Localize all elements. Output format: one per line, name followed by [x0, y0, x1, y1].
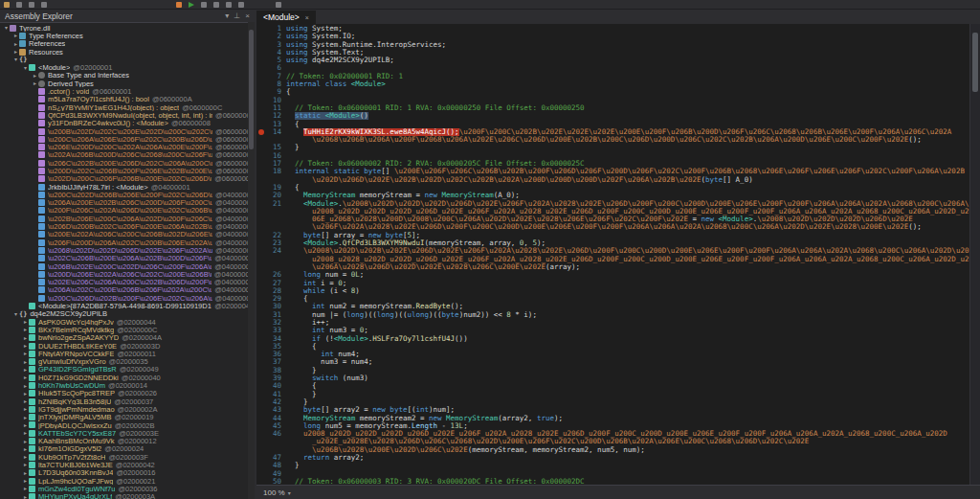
- breakpoint-margin[interactable]: [256, 33, 266, 40]
- breakpoint-margin[interactable]: [256, 382, 266, 390]
- breakpoint-margin[interactable]: [256, 247, 266, 255]
- tree-item[interactable]: \u200B\u202D\u202C\u200E\u202D\u200C\u20…: [0, 127, 255, 135]
- breakpoint-margin[interactable]: [256, 406, 266, 414]
- code-line[interactable]: 7// Token: 0x02000001 RID: 1: [256, 73, 970, 80]
- code-line[interactable]: 50 // Token: 0x06000003 RID: 3 RVA: 0x00…: [256, 478, 970, 485]
- step-into-icon[interactable]: [213, 2, 219, 8]
- collapse-arrow-icon[interactable]: ▾: [22, 64, 29, 72]
- code-line[interactable]: u2008_u2028_u202D_u202D_u206D_u202E_u206…: [256, 256, 970, 263]
- debug-icon[interactable]: [176, 2, 182, 8]
- tree-item[interactable]: ▾Tyrone.dll: [0, 24, 255, 32]
- tree-item[interactable]: ▸Base Type and Interfaces: [0, 72, 255, 79]
- tree-item[interactable]: \u200D\u202C\u206B\u200F\u206E\u202B\u20…: [0, 167, 255, 174]
- code-line[interactable]: 31 num |= (long)((long)((ulong)((byte)nu…: [256, 311, 970, 319]
- breakpoint-margin[interactable]: [256, 454, 266, 462]
- breakpoint-margin[interactable]: [256, 192, 266, 199]
- tree-item[interactable]: \u202D\u200C\u206F\u206B\u200E\u202C\u20…: [0, 175, 255, 183]
- code-line[interactable]: 1using System;: [256, 25, 970, 33]
- tree-item[interactable]: ▾{}: [0, 56, 255, 63]
- expand-arrow-icon[interactable]: ▸: [12, 32, 19, 39]
- code-line[interactable]: 47 return array2;: [256, 454, 970, 462]
- tree-item[interactable]: \u202B\u206E\u200C\u206A\u202D\u200F\u20…: [0, 215, 255, 222]
- code-line[interactable]: 26 long num = 0L;: [256, 271, 970, 279]
- start-icon[interactable]: [189, 2, 194, 8]
- save-all-icon[interactable]: [16, 2, 22, 8]
- tree-item[interactable]: ▸FNtyIAYRNpoVCCkkFE@02000011: [0, 350, 255, 357]
- tree-item[interactable]: \u200C\u202D\u206B\u206E\u200F\u202C\u20…: [0, 191, 255, 198]
- tree-item[interactable]: \u206B\u202E\u200C\u202D\u206C\u200F\u20…: [0, 262, 255, 270]
- tree-item[interactable]: ▸L7D3Uq60n03KnnBvJ4@02000016: [0, 469, 255, 477]
- expand-arrow-icon[interactable]: ▸: [22, 405, 29, 413]
- tree-item[interactable]: \u206D\u200B\u202C\u206F\u200E\u206A\u20…: [0, 222, 255, 230]
- tree-item[interactable]: \u206A\u202C\u200E\u206B\u206F\u202A\u20…: [0, 286, 255, 294]
- breakpoint-margin[interactable]: [256, 271, 266, 279]
- breakpoint-margin[interactable]: [256, 57, 266, 64]
- breakpoint-margin[interactable]: [256, 136, 266, 144]
- breakpoint-margin[interactable]: [256, 303, 266, 310]
- close-icon[interactable]: ×: [245, 12, 250, 20]
- breakpoint-margin[interactable]: [256, 41, 266, 49]
- breakpoint-margin[interactable]: [256, 335, 266, 343]
- breakpoint-margin[interactable]: [256, 478, 266, 485]
- code-line[interactable]: 13 {: [256, 121, 970, 128]
- expand-arrow-icon[interactable]: ▸: [12, 40, 19, 48]
- tree-item[interactable]: ▸bwNrio2geZSpA2AKYYD@0200004A: [0, 334, 255, 342]
- tree-item[interactable]: ▸H0Z71kG9GD2NNEDDki@02000040: [0, 374, 255, 381]
- breakpoint-margin[interactable]: [256, 358, 266, 366]
- expand-arrow-icon[interactable]: ▸: [22, 326, 29, 333]
- tree-item[interactable]: \u202A\u206B\u200D\u206C\u2068\u200C\u20…: [0, 151, 255, 159]
- tree-item[interactable]: \u206C\u202B\u200E\u206D\u202C\u206A\u20…: [0, 159, 255, 167]
- breakpoint-margin[interactable]: [256, 121, 266, 128]
- tree-item[interactable]: y31FDnBRZeC4wkvc0iJ() : <Module>@0600000…: [0, 120, 255, 127]
- collapse-arrow-icon[interactable]: ▾: [12, 56, 19, 63]
- expand-arrow-icon[interactable]: ▸: [22, 358, 29, 366]
- tab-module[interactable]: <Module> ×: [256, 11, 316, 24]
- tree-item[interactable]: \u202E\u206C\u206A\u200C\u202B\u206D\u20…: [0, 279, 255, 286]
- breakpoint-margin[interactable]: [256, 327, 266, 334]
- collapse-arrow-icon[interactable]: ▾: [3, 24, 10, 32]
- editor-scrollbar-thumb[interactable]: [972, 33, 978, 92]
- code-line[interactable]: 5using dq4e2M2SCX9y2UPILB;: [256, 57, 970, 64]
- code-line[interactable]: 32 i++;: [256, 319, 970, 327]
- expand-arrow-icon[interactable]: ▸: [22, 350, 29, 357]
- tree-item[interactable]: ▸kI76m1OiGDgxV5l2@02000024: [0, 445, 255, 453]
- breakpoint-margin[interactable]: [256, 25, 266, 33]
- tree-item[interactable]: ▸KUb9OiTp7V2fZt8cH@0200003F: [0, 453, 255, 461]
- tree-item[interactable]: ▸gVunwIuDfVxpxVGro@02000035: [0, 357, 255, 365]
- breakpoint-margin[interactable]: [256, 343, 266, 351]
- breakpoint-margin[interactable]: [256, 223, 266, 231]
- code-line[interactable]: 19 {: [256, 184, 970, 192]
- expand-arrow-icon[interactable]: ▸: [22, 421, 29, 429]
- expand-arrow-icon[interactable]: ▸: [22, 453, 29, 461]
- breakpoint-margin[interactable]: [256, 73, 266, 80]
- expand-arrow-icon[interactable]: ▸: [22, 469, 29, 477]
- breakpoint-margin[interactable]: [256, 367, 266, 374]
- tree-item[interactable]: ▾<Module>@02000001: [0, 63, 255, 71]
- open-file-icon[interactable]: [4, 2, 10, 8]
- tree-item[interactable]: ▸HIuk5TScQoPpc8TREP@02000026: [0, 390, 255, 397]
- step-over-icon[interactable]: [201, 2, 207, 8]
- breakpoint-margin[interactable]: [256, 80, 266, 88]
- tree-item[interactable]: ▸mGnZw4cdI0TguWNf7u@02000036: [0, 485, 255, 492]
- code-line[interactable]: 8internal class <Module>: [256, 80, 970, 88]
- tree-item[interactable]: ▸DUUE2THBDLtiKEeY0E@0200003D: [0, 342, 255, 350]
- breakpoint-margin[interactable]: [256, 112, 266, 120]
- zoom-control[interactable]: 100 % ▾: [259, 488, 295, 497]
- breakpoint-margin[interactable]: [256, 319, 266, 327]
- expand-arrow-icon[interactable]: ▸: [22, 477, 29, 485]
- code-line[interactable]: 3using System.Runtime.InteropServices;: [256, 41, 970, 49]
- tree-item[interactable]: \u202C\u206B\u200E\u206A\u202B\u200D\u20…: [0, 255, 255, 262]
- tab-close-icon[interactable]: ×: [305, 14, 309, 21]
- code-line[interactable]: 35 {: [256, 343, 970, 351]
- code-line[interactable]: 27 int i = 0;: [256, 280, 970, 287]
- breakpoint-margin[interactable]: [256, 49, 266, 57]
- tree-item[interactable]: m5La7ra7Oy7l1cshfU4J() : bool@0600000A: [0, 96, 255, 103]
- breakpoint-margin[interactable]: [256, 287, 266, 295]
- expand-arrow-icon[interactable]: ▸: [22, 493, 29, 499]
- breakpoint-margin[interactable]: [256, 239, 266, 247]
- code-line[interactable]: 39 switch (num3): [256, 374, 970, 382]
- breakpoint-margin[interactable]: [256, 160, 266, 168]
- code-line[interactable]: 18 internal static byte[] \u200E\u206F\u…: [256, 168, 970, 175]
- code-line[interactable]: \u206A\u2028\u206D\u202D\u202E\u2028\u20…: [256, 263, 970, 271]
- expand-arrow-icon[interactable]: ▸: [22, 429, 29, 437]
